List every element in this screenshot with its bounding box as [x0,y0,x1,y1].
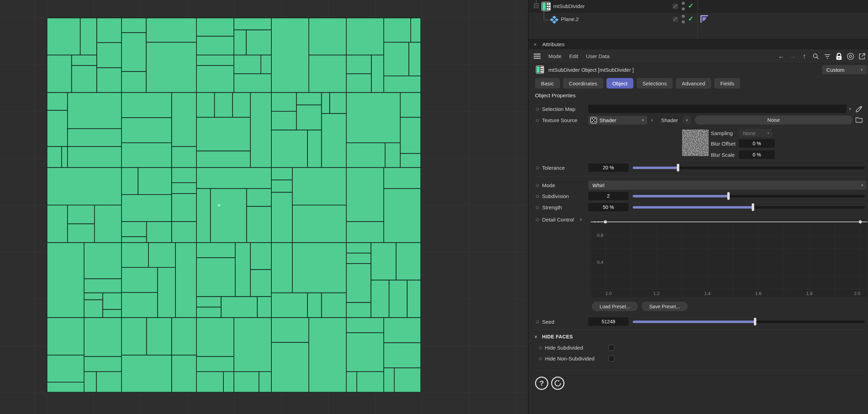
tolerance-slider[interactable] [633,163,865,172]
visibility-dot-bottom[interactable] [682,7,685,10]
tab-advanced[interactable]: Advanced [676,78,711,89]
strength-slider[interactable] [633,203,865,211]
object-row-plane2[interactable]: Plane.2 ✓ [529,13,868,26]
up-icon[interactable]: ↑ [800,52,808,60]
section-object-properties: Object Properties [535,92,576,98]
detail-control-spline-editor[interactable]: 0.80.41.01.21.41.61.82.0 [591,220,867,297]
subdivision-input[interactable]: 2 [588,192,629,200]
blur-scale-input[interactable]: 0 % [739,150,775,159]
hide-non-subdivided-checkbox[interactable] [609,356,614,362]
key-diamond-icon[interactable]: ◇ [536,319,539,324]
object-row-mtsubdivider[interactable]: − mtSubDivider ✓ [529,0,868,13]
visibility-dot-top[interactable] [682,2,685,5]
separator [534,370,866,371]
back-icon[interactable]: ← [777,52,785,60]
texture-source-dropdown[interactable]: Shader ▾ [588,116,647,125]
key-diamond-icon[interactable]: ◇ [536,106,539,111]
tab-object[interactable]: Object [606,78,633,89]
texture-source-label: Texture Source [542,117,577,123]
tab-bar: Basic Coordinates Object Selections Adva… [535,78,740,89]
chevron-down-icon[interactable]: ▾ [849,107,851,111]
column-divider [697,0,698,39]
editor-toggle-icon[interactable] [673,16,678,22]
tab-selections[interactable]: Selections [637,78,673,89]
key-diamond-icon[interactable]: ◇ [539,345,542,350]
enabled-checkmark[interactable]: ✓ [688,2,694,10]
seed-input[interactable]: 51248 [588,317,629,326]
key-diamond-icon[interactable]: ◇ [536,204,539,210]
subdivider-icon [541,2,551,11]
key-diamond-icon[interactable]: ◇ [536,182,539,188]
shader-noise-button[interactable]: Noise [695,115,853,125]
key-diamond-icon[interactable]: ◇ [539,356,542,361]
object-name[interactable]: mtSubDivider [553,3,585,9]
separator [534,329,866,330]
eyedropper-icon[interactable] [855,105,863,113]
editor-toggle-icon[interactable] [673,3,678,9]
spline-tag-icon[interactable] [700,15,709,23]
key-diamond-icon[interactable]: ◇ [536,165,539,170]
selection-map-input[interactable] [588,105,846,113]
strength-input[interactable]: 50 % [588,203,629,211]
enabled-checkmark[interactable]: ✓ [688,15,694,23]
expand-chevron-icon[interactable]: › [580,216,582,223]
target-icon[interactable] [847,52,854,60]
key-diamond-icon[interactable]: ◇ [536,117,539,122]
tab-basic[interactable]: Basic [535,78,560,89]
right-panel: − mtSubDivider ✓ [528,0,868,414]
panel-menu-icon[interactable] [534,52,541,60]
object-title: mtSubDivider Object [mtSubDivider ] [548,67,634,73]
menu-edit[interactable]: Edit [569,53,578,59]
expand-toggle[interactable]: − [534,3,539,8]
forward-icon[interactable]: → [789,52,797,60]
subdivision-slider[interactable] [633,192,865,200]
help-icon[interactable]: ? [535,377,548,390]
lock-icon[interactable] [835,52,843,60]
tree-line [536,0,536,3]
reset-icon[interactable] [551,377,564,390]
svg-text:1.0: 1.0 [605,291,612,296]
key-diamond-icon[interactable]: ◇ [536,193,539,198]
preset-dropdown[interactable]: Custom ▾ [822,65,867,74]
application-window: − mtSubDivider ✓ [0,0,868,414]
attributes-menubar: Mode Edit User Data ← → ↑ [529,49,868,63]
attributes-content: mtSubDivider Object [mtSubDivider ] Cust… [529,63,868,414]
seed-slider[interactable] [633,317,865,326]
viewport-3d[interactable] [0,0,528,414]
hide-faces-header[interactable]: ∨ HIDE FACES [529,332,868,341]
search-icon[interactable] [812,52,820,60]
folder-icon[interactable] [855,117,863,123]
hide-subdivided-label: Hide Subdivided [545,345,583,351]
visibility-dot-bottom[interactable] [682,20,685,23]
shader-sublabel: Shader [661,117,678,123]
row-texture-source: ◇ Texture Source Shader ▾ › Shader ▾ [529,116,868,124]
filter-icon[interactable] [824,52,831,60]
load-preset-button[interactable]: Load Preset... [592,302,638,311]
blur-offset-input[interactable]: 0 % [739,139,775,148]
sampling-dropdown[interactable]: None ▾ [739,129,772,137]
tab-fields[interactable]: Fields [714,78,740,89]
svg-text:1.2: 1.2 [653,291,660,296]
mode-dropdown[interactable]: Whirl ▾ [588,181,867,190]
detail-control-label: Detail Control [542,217,574,223]
blur-offset-label: Blur Offset [711,141,736,147]
expand-chevron-icon[interactable]: › [651,117,653,124]
shader-preset-button[interactable]: ▾ [682,115,692,125]
row-blur-scale: Blur Scale 0 % [529,150,868,159]
menu-mode[interactable]: Mode [548,53,562,59]
svg-text:0.4: 0.4 [597,260,603,265]
key-diamond-icon[interactable]: ◇ [536,217,539,222]
attributes-titlebar: × Attributes [529,39,868,49]
selection-map-label: Selection Map [542,106,575,112]
visibility-dot-top[interactable] [682,15,685,18]
tree-line [544,11,544,20]
object-name[interactable]: Plane.2 [561,16,579,22]
tab-coordinates[interactable]: Coordinates [563,78,603,89]
hide-subdivided-checkbox[interactable] [609,345,614,351]
subdivided-plane[interactable] [47,17,421,393]
open-external-icon[interactable] [858,52,866,60]
close-icon[interactable]: × [534,41,537,47]
menu-user-data[interactable]: User Data [586,53,610,59]
save-preset-button[interactable]: Save Preset... [641,302,688,311]
tolerance-input[interactable]: 20 % [588,163,629,172]
